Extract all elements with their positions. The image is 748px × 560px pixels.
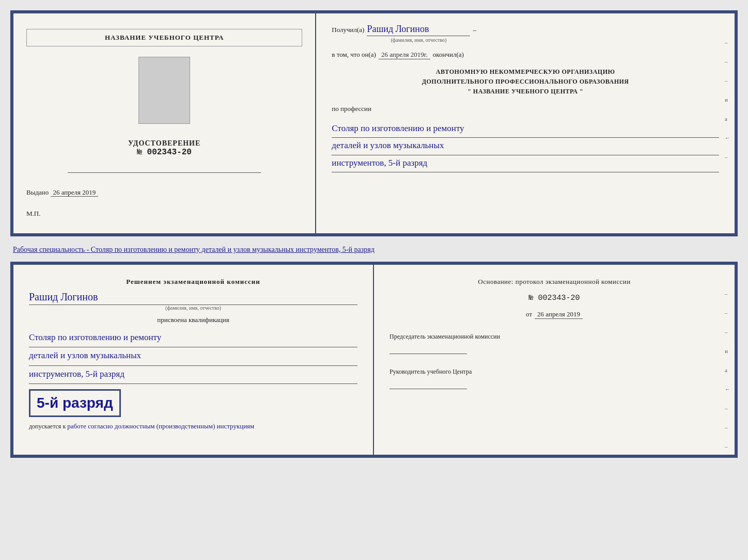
- dash1: –: [473, 26, 476, 34]
- specialty-text: Рабочая специальность - Столяр по изгото…: [10, 242, 738, 257]
- udostoverenie-block: УДОСТОВЕРЕНИЕ № 002343-20: [128, 139, 200, 157]
- cert-number-value: 002343-20: [147, 148, 192, 157]
- qual-profession-line1: Столяр по изготовлению и ремонту: [29, 329, 357, 347]
- rukovoditel-signature-line: [389, 379, 467, 389]
- protocol-number-prefix: №: [528, 294, 533, 302]
- profession-line3: инструментов, 5-й разряд: [332, 155, 719, 173]
- predsedatel-label: Председатель экзаменационной комиссии: [389, 332, 719, 341]
- ot-date: 26 апреля 2019: [535, 310, 583, 319]
- right-edge-marks: – – – и а ← –: [725, 39, 730, 160]
- resheniyem-title: Решением экзаменационной комиссии: [29, 278, 357, 286]
- qual-name-block: Рашид Логинов (фамилия, имя, отчество): [29, 291, 357, 311]
- qual-right-edge-marks: – – – и а ← – – –: [725, 291, 730, 450]
- cert-left-panel: НАЗВАНИЕ УЧЕБНОГО ЦЕНТРА УДОСТОВЕРЕНИЕ №…: [13, 13, 316, 233]
- org-line1: АВТОНОМНУЮ НЕКОММЕРЧЕСКУЮ ОРГАНИЗАЦИЮ: [332, 67, 719, 77]
- poluchil-label: Получил(a): [332, 26, 364, 34]
- vydano-label: Выдано: [26, 188, 49, 196]
- udostoverenie-label: УДОСТОВЕРЕНИЕ: [128, 139, 200, 148]
- specialty-prefix: Рабочая специальность -: [13, 246, 91, 253]
- predsedatel-signature-line: [389, 344, 467, 354]
- specialty-value: Столяр по изготовлению и ремонту деталей…: [91, 246, 375, 253]
- dopuskaetsya-line: допускается к работе согласно должностны…: [29, 422, 357, 430]
- profession-block: Столяр по изготовлению и ремонту деталей…: [332, 121, 719, 173]
- po-professii-label: по профессии: [332, 105, 719, 113]
- rukovoditel-block: Руководитель учебного Центра: [389, 367, 719, 389]
- vtom-date: 26 апреля 2019г.: [379, 51, 430, 59]
- ot-label: от: [526, 310, 532, 318]
- protocol-number: № 002343-20: [389, 294, 719, 302]
- number-prefix: №: [137, 148, 142, 157]
- rukovoditel-label: Руководитель учебного Центра: [389, 367, 719, 376]
- osnovaniye-label: Основание: протокол экзаменационной коми…: [389, 278, 719, 286]
- profession-line2: деталей и узлов музыкальных: [332, 138, 719, 155]
- vydano-date: 26 апреля 2019: [51, 188, 99, 197]
- okonchil-label: окончил(а): [433, 51, 464, 59]
- org-line2: ДОПОЛНИТЕЛЬНОГО ПРОФЕССИОНАЛЬНОГО ОБРАЗО…: [332, 77, 719, 87]
- dopusk-prefix: допускается к: [29, 423, 66, 430]
- qual-profession-block: Столяр по изготовлению и ремонту деталей…: [29, 329, 357, 384]
- recipient-name: Рашид Логинов: [367, 24, 470, 36]
- vtom-label: в том, что он(а): [332, 51, 376, 59]
- prisvoena-label: присвоена квалификация: [29, 316, 357, 324]
- recipient-line: Получил(a) Рашид Логинов (фамилия, имя, …: [332, 24, 719, 43]
- cert-right-panel: Получил(a) Рашид Логинов (фамилия, имя, …: [316, 13, 735, 233]
- page-wrapper: НАЗВАНИЕ УЧЕБНОГО ЦЕНТРА УДОСТОВЕРЕНИЕ №…: [10, 10, 738, 458]
- ot-date-line: от 26 апреля 2019: [389, 310, 719, 319]
- cert-number: № 002343-20: [128, 148, 200, 157]
- protocol-number-value: 002343-20: [538, 294, 580, 302]
- cert-issued-line: Выдано 26 апреля 2019: [26, 188, 98, 197]
- big-rank-box: 5-й разряд: [29, 389, 121, 417]
- org-line3: " НАЗВАНИЕ УЧЕБНОГО ЦЕНТРА ": [332, 87, 719, 97]
- recipient-name-block: Рашид Логинов (фамилия, имя, отчество): [367, 24, 470, 43]
- predsedatel-block: Председатель экзаменационной комиссии: [389, 332, 719, 354]
- org-block: АВТОНОМНУЮ НЕКОММЕРЧЕСКУЮ ОРГАНИЗАЦИЮ ДО…: [332, 67, 719, 97]
- mp-label: М.П.: [26, 210, 40, 218]
- cert-title: НАЗВАНИЕ УЧЕБНОГО ЦЕНТРА: [26, 29, 302, 46]
- qual-profession-line3: инструментов, 5-й разряд: [29, 366, 357, 384]
- qual-right-panel: Основание: протокол экзаменационной коми…: [374, 265, 735, 455]
- fio-subtitle: (фамилия, имя, отчество): [367, 37, 470, 43]
- vtom-line: в том, что он(а) 26 апреля 2019г. окончи…: [332, 51, 719, 59]
- qualification-document: Решением экзаменационной комиссии Рашид …: [10, 262, 738, 458]
- qual-name: Рашид Логинов: [29, 291, 357, 305]
- profession-line1: Столяр по изготовлению и ремонту: [332, 121, 719, 138]
- qual-fio-subtitle: (фамилия, имя, отчество): [29, 305, 357, 311]
- qual-left-panel: Решением экзаменационной комиссии Рашид …: [13, 265, 374, 455]
- cert-photo: [138, 57, 190, 124]
- dopusk-text: работе согласно должностным (производств…: [67, 422, 254, 430]
- qual-profession-line2: деталей и узлов музыкальных: [29, 347, 357, 365]
- big-rank-text: 5-й разряд: [37, 395, 113, 411]
- certificate-document: НАЗВАНИЕ УЧЕБНОГО ЦЕНТРА УДОСТОВЕРЕНИЕ №…: [10, 10, 738, 236]
